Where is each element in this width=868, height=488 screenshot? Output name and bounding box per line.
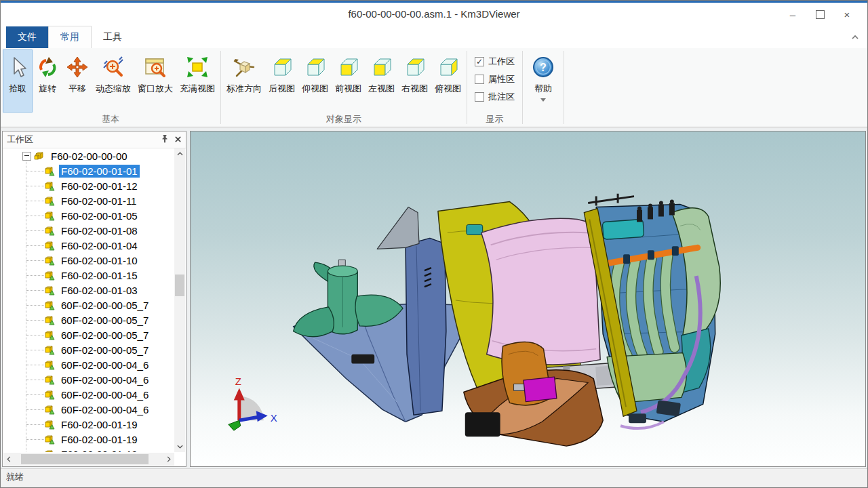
dropdown-arrow-icon bbox=[540, 98, 546, 102]
fit-view-button[interactable]: 充满视图 bbox=[176, 49, 218, 113]
horizontal-scrollbar[interactable] bbox=[3, 453, 174, 466]
ribbon-group-display: ✓工作区属性区批注区 显示 bbox=[467, 48, 522, 127]
maximize-button[interactable] bbox=[806, 5, 833, 23]
main-area: 工作区 F60-02-00-00-00F60-02-00-01-01F60-02… bbox=[1, 128, 867, 468]
group-label-basic: 基本 bbox=[1, 113, 220, 127]
ribbon-group-object-display: 标准方向后视图仰视图前视图左视图右视图俯视图 对象显示 bbox=[221, 48, 467, 127]
ribbon-collapse-chevron-icon[interactable] bbox=[851, 30, 859, 43]
annotations-checkbox[interactable]: 批注区 bbox=[475, 91, 515, 103]
tree-item[interactable]: 60F-02-00-00-04_6 bbox=[3, 387, 174, 402]
scroll-down-icon[interactable] bbox=[174, 441, 185, 452]
tree-item[interactable]: F60-02-00-01-15 bbox=[3, 268, 174, 283]
tree-connector bbox=[26, 290, 44, 291]
view-cube-icon bbox=[271, 55, 294, 79]
tree-item[interactable]: 60F-02-00-00-04_6 bbox=[3, 372, 174, 387]
tree-item[interactable]: 60F-02-00-00-05_7 bbox=[3, 342, 174, 357]
scroll-up-icon[interactable] bbox=[174, 148, 185, 159]
close-button[interactable]: × bbox=[833, 5, 861, 23]
tree-item[interactable]: F60-02-00-01-04 bbox=[3, 238, 174, 253]
tree-connector bbox=[26, 171, 44, 171]
tree-item[interactable]: F60-02-00-01-05 bbox=[3, 208, 174, 223]
checkbox-label: 批注区 bbox=[488, 91, 515, 103]
view-cube-icon bbox=[437, 55, 460, 79]
rotate-button[interactable]: 旋转 bbox=[33, 49, 62, 113]
panel-close-icon[interactable] bbox=[174, 135, 182, 145]
top-view-button[interactable]: 俯视图 bbox=[431, 49, 465, 113]
tree-connector bbox=[26, 245, 44, 246]
tree-item-label: F60-02-00-01-01 bbox=[59, 165, 140, 178]
tree-item[interactable]: 60F-02-00-00-05_7 bbox=[3, 312, 174, 327]
ribbon: 拾取 旋转 bbox=[1, 48, 867, 127]
button-label: 标准方向 bbox=[226, 83, 262, 95]
scroll-right-icon[interactable] bbox=[163, 454, 174, 465]
scroll-left-icon[interactable] bbox=[3, 454, 14, 465]
tree-item-label: F60-02-00-01-15 bbox=[59, 269, 140, 282]
tree-item[interactable]: 60F-02-00-00-04_6 bbox=[3, 357, 174, 372]
button-label: 充满视图 bbox=[180, 83, 215, 95]
tree-item[interactable]: 60F-02-00-00-05_7 bbox=[3, 327, 174, 342]
part-icon bbox=[44, 404, 55, 415]
horizontal-scroll-thumb[interactable] bbox=[21, 454, 149, 464]
tree-connector bbox=[26, 424, 44, 425]
tree-item[interactable]: F60-02-00-01-19 bbox=[3, 447, 174, 452]
tree-item[interactable]: F60-02-00-01-19 bbox=[3, 417, 174, 432]
tree-connector bbox=[26, 365, 44, 365]
back-view-button[interactable]: 后视图 bbox=[265, 49, 298, 113]
help-button[interactable]: ? 帮助 bbox=[525, 49, 561, 113]
standard-orientation-button[interactable]: 标准方向 bbox=[223, 49, 265, 113]
ribbon-tabbar: 文件 常用 工具 bbox=[1, 25, 867, 48]
pan-button[interactable]: 平移 bbox=[62, 49, 92, 113]
maximize-icon bbox=[816, 10, 825, 19]
vertical-scrollbar[interactable] bbox=[174, 148, 185, 452]
pin-icon[interactable] bbox=[161, 134, 169, 145]
tab-file[interactable]: 文件 bbox=[6, 26, 48, 48]
properties-checkbox[interactable]: 属性区 bbox=[475, 73, 515, 85]
help-icon: ? bbox=[532, 55, 555, 79]
tree-item[interactable]: F60-02-00-01-01 bbox=[3, 163, 174, 178]
tree-item[interactable]: F60-02-00-01-08 bbox=[3, 223, 174, 238]
part-icon bbox=[44, 374, 55, 385]
tree-item[interactable]: F60-02-00-01-12 bbox=[3, 178, 174, 193]
workspace-panel-header: 工作区 bbox=[3, 131, 186, 148]
window-zoom-button[interactable]: 窗口放大 bbox=[134, 49, 176, 113]
part-icon bbox=[44, 225, 55, 236]
minimize-button[interactable]: – bbox=[779, 5, 806, 23]
right-view-button[interactable]: 右视图 bbox=[398, 49, 431, 113]
orientation-cube-icon bbox=[233, 55, 256, 79]
left-view-button[interactable]: 左视图 bbox=[365, 49, 398, 113]
part-icon bbox=[44, 300, 55, 310]
checkbox-label: 属性区 bbox=[488, 73, 515, 85]
button-label: 旋转 bbox=[39, 83, 56, 95]
svg-text:?: ? bbox=[540, 62, 547, 73]
panel-title: 工作区 bbox=[7, 134, 33, 146]
bottom-view-button[interactable]: 仰视图 bbox=[298, 49, 332, 113]
workspace-tree: F60-02-00-00-00F60-02-00-01-01F60-02-00-… bbox=[3, 148, 174, 452]
tree-connector bbox=[26, 201, 44, 201]
rotate-icon bbox=[36, 55, 59, 79]
dynamic-zoom-button[interactable]: 动态缩放 bbox=[92, 49, 134, 113]
expand-collapse-toggle[interactable] bbox=[22, 152, 31, 161]
pick-button[interactable]: 拾取 bbox=[3, 49, 33, 113]
tree-connector bbox=[26, 320, 44, 321]
tab-tools[interactable]: 工具 bbox=[92, 26, 134, 48]
tree-item[interactable]: F60-02-00-01-19 bbox=[3, 432, 174, 447]
tree-item[interactable]: 60F-02-00-00-04_6 bbox=[3, 402, 174, 417]
tree-item[interactable]: F60-02-00-01-03 bbox=[3, 283, 174, 298]
tree-item[interactable]: F60-02-00-01-11 bbox=[3, 193, 174, 208]
button-label: 仰视图 bbox=[302, 83, 328, 95]
vertical-scroll-thumb[interactable] bbox=[175, 274, 184, 296]
viewport-3d[interactable]: Z X bbox=[190, 131, 866, 467]
tree-root-item[interactable]: F60-02-00-00-00 bbox=[3, 148, 174, 163]
workspace-checkbox[interactable]: ✓工作区 bbox=[475, 56, 515, 68]
tree-item-label: 60F-02-00-00-04_6 bbox=[59, 373, 151, 386]
part-icon bbox=[44, 180, 55, 191]
front-view-button[interactable]: 前视图 bbox=[332, 49, 365, 113]
button-label: 动态缩放 bbox=[96, 83, 131, 95]
part-icon bbox=[44, 344, 55, 355]
button-label: 帮助 bbox=[534, 83, 552, 95]
tree-item[interactable]: 60F-02-00-00-05_7 bbox=[3, 298, 174, 312]
button-label: 俯视图 bbox=[435, 83, 461, 95]
tab-home[interactable]: 常用 bbox=[48, 26, 92, 48]
button-label: 窗口放大 bbox=[138, 83, 173, 95]
tree-item[interactable]: F60-02-00-01-10 bbox=[3, 253, 174, 268]
